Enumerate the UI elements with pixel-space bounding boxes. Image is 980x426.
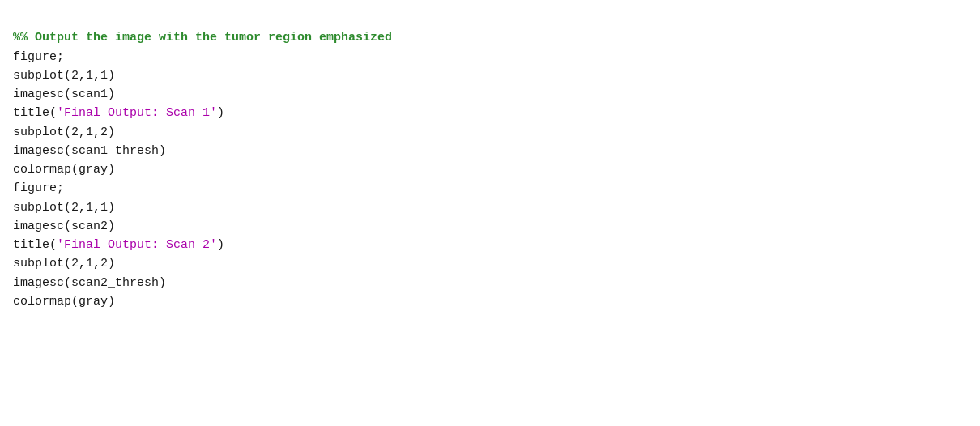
- normal-text: ): [217, 106, 224, 120]
- normal-text: title(: [13, 238, 57, 252]
- code-line: imagesc(scan1_thresh): [13, 142, 967, 160]
- string-text: 'Final Output: Scan 1': [57, 106, 217, 120]
- normal-text: colormap(gray): [13, 163, 115, 177]
- comment-text: %% Output the image with the tumor regio…: [13, 31, 392, 45]
- normal-text: colormap(gray): [13, 295, 115, 309]
- normal-text: figure;: [13, 181, 64, 195]
- string-text: 'Final Output: Scan 2': [57, 238, 217, 252]
- normal-text: imagesc(scan1): [13, 87, 115, 101]
- normal-text: imagesc(scan2): [13, 219, 115, 233]
- code-line: title('Final Output: Scan 1'): [13, 104, 967, 122]
- code-line: title('Final Output: Scan 2'): [13, 236, 967, 254]
- normal-text: title(: [13, 106, 57, 120]
- normal-text: ): [217, 238, 224, 252]
- code-line: subplot(2,1,1): [13, 66, 967, 85]
- code-line: colormap(gray): [13, 160, 967, 179]
- normal-text: subplot(2,1,1): [13, 69, 115, 83]
- code-line: colormap(gray): [13, 292, 967, 311]
- normal-text: subplot(2,1,2): [13, 257, 115, 271]
- code-editor: %% Output the image with the tumor regio…: [13, 10, 967, 311]
- code-line: imagesc(scan2_thresh): [13, 274, 967, 292]
- normal-text: figure;: [13, 50, 64, 64]
- code-line: imagesc(scan1): [13, 85, 967, 104]
- normal-text: subplot(2,1,2): [13, 126, 115, 139]
- normal-text: imagesc(scan2_thresh): [13, 276, 166, 290]
- code-line: subplot(2,1,2): [13, 123, 967, 142]
- normal-text: subplot(2,1,1): [13, 201, 115, 215]
- normal-text: imagesc(scan1_thresh): [13, 144, 166, 158]
- code-line: %% Output the image with the tumor regio…: [13, 28, 967, 47]
- code-line: figure;: [13, 48, 967, 66]
- code-line: subplot(2,1,1): [13, 198, 967, 217]
- code-line: subplot(2,1,2): [13, 254, 967, 273]
- code-line: imagesc(scan2): [13, 217, 967, 236]
- code-line: figure;: [13, 179, 967, 198]
